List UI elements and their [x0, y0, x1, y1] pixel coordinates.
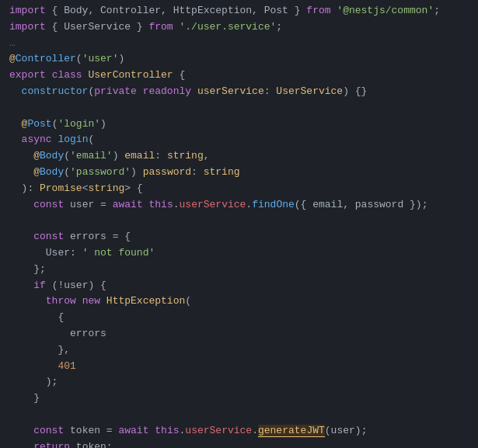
- token: ): [118, 53, 124, 64]
- token: Controller: [16, 53, 76, 64]
- token: ): [113, 150, 125, 161]
- token: token: [70, 425, 100, 436]
- token: =: [94, 199, 112, 210]
- token: [64, 425, 70, 436]
- token: import: [9, 5, 46, 16]
- token: await: [113, 199, 143, 210]
- token: const: [33, 231, 64, 242]
- token: :: [191, 166, 204, 178]
- token: {: [173, 69, 186, 81]
- token: ': [148, 247, 155, 259]
- token: (!: [46, 280, 64, 291]
- line-content: if (!user) {: [9, 278, 469, 294]
- token: ;: [106, 441, 113, 448]
- token: ,: [204, 150, 210, 161]
- token: @: [9, 150, 40, 161]
- code-line: errors: [0, 326, 478, 342]
- code-line: async login(: [0, 132, 478, 148]
- code-line: [0, 407, 478, 423]
- token: user: [331, 425, 355, 436]
- token: 401: [58, 360, 75, 372]
- token: User: [46, 247, 70, 259]
- code-line: [0, 100, 478, 116]
- token: },: [9, 344, 70, 356]
- line-content: [9, 100, 469, 116]
- token: this: [155, 425, 179, 436]
- token: UserService: [64, 21, 131, 33]
- token: [9, 425, 33, 436]
- token: :: [155, 150, 167, 161]
- token: [70, 441, 76, 448]
- token: }: [288, 5, 306, 16]
- token: from: [306, 5, 330, 16]
- token: user: [70, 199, 94, 210]
- token: {: [9, 311, 64, 323]
- token: @: [9, 118, 27, 130]
- token: [137, 85, 143, 97]
- token: UserService: [276, 85, 343, 97]
- line-content: constructor(private readonly userService…: [9, 84, 469, 100]
- token: [9, 199, 33, 210]
- line-content: const user = await this.userService.find…: [9, 197, 469, 214]
- line-content: const token = await this.userService.gen…: [9, 423, 469, 439]
- token: userService: [185, 425, 252, 436]
- token: Post: [264, 5, 288, 16]
- token: import: [9, 21, 46, 33]
- code-line: import { Body, Controller, HttpException…: [0, 3, 478, 19]
- token: );: [355, 425, 368, 436]
- token: findOne: [252, 199, 295, 210]
- token: throw: [46, 295, 76, 307]
- code-line: const token = await this.userService.gen…: [0, 423, 478, 439]
- line-content: @Post('login'): [9, 116, 469, 133]
- token: [9, 328, 70, 339]
- code-line: 401: [0, 359, 478, 375]
- code-line: [0, 213, 478, 229]
- token: errors: [70, 231, 106, 242]
- code-line: {: [0, 310, 478, 326]
- token: (: [64, 150, 70, 161]
- token: export: [9, 69, 46, 81]
- token: ,: [252, 5, 264, 16]
- token: ;: [276, 21, 282, 33]
- line-content: }: [9, 391, 469, 407]
- token: HttpException: [173, 5, 252, 16]
- token: password: [355, 199, 403, 210]
- code-line: return token;: [0, 439, 478, 448]
- token: [9, 295, 46, 307]
- token: (: [88, 134, 94, 145]
- line-content: …: [9, 36, 469, 52]
- token: .: [246, 199, 252, 210]
- token: > {: [124, 182, 142, 194]
- token: .: [252, 425, 258, 436]
- line-content: );: [9, 374, 469, 391]
- token: );: [9, 376, 58, 387]
- token: [9, 134, 22, 145]
- token: 'login': [58, 118, 100, 130]
- token: };: [9, 263, 46, 275]
- code-line: @Body('password') password: string: [0, 165, 478, 181]
- token: …: [9, 37, 16, 49]
- token: [100, 295, 106, 307]
- line-content: ): Promise<string> {: [9, 181, 469, 197]
- code-line: }: [0, 391, 478, 407]
- token: './user.service': [179, 21, 276, 33]
- line-content: [9, 407, 469, 423]
- token: [143, 199, 149, 210]
- code-line: @Controller('user'): [0, 51, 478, 68]
- token: email: [312, 199, 343, 210]
- token: [191, 85, 197, 97]
- code-line: throw new HttpException(: [0, 293, 478, 310]
- token: : ': [70, 247, 88, 259]
- token: class: [52, 69, 82, 81]
- token: (: [64, 166, 70, 178]
- line-content: },: [9, 342, 469, 359]
- token: ): [100, 118, 106, 130]
- token: {: [46, 5, 64, 16]
- line-content: [9, 213, 469, 229]
- token: login: [58, 134, 88, 145]
- code-editor: import { Body, Controller, HttpException…: [0, 0, 478, 448]
- token: 'user': [82, 53, 119, 64]
- token: constructor: [9, 85, 88, 97]
- code-line: import { UserService } from './user.serv…: [0, 19, 478, 36]
- token: ,: [343, 199, 355, 210]
